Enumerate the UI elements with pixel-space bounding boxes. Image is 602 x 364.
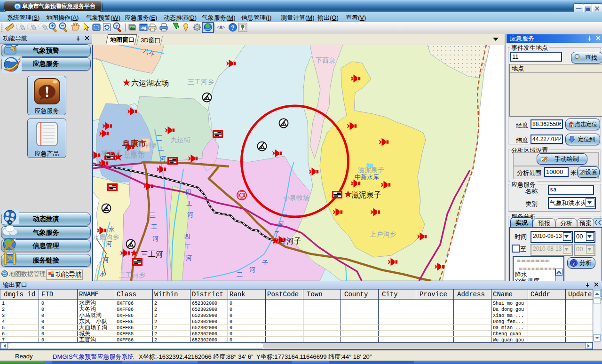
svg-text:二: 二 [237, 271, 243, 278]
svg-text:City: City [382, 291, 398, 298]
svg-text:PostCode: PostCode [267, 291, 299, 298]
svg-text:城关镇: 城关镇 [101, 149, 121, 157]
svg-text:甘河子: 甘河子 [279, 237, 301, 245]
svg-text:0: 0 [41, 332, 44, 337]
svg-text:Cheng guan: Cheng guan [493, 332, 521, 337]
svg-text:神场: 神场 [145, 142, 157, 149]
svg-text:CAddr: CAddr [531, 291, 550, 298]
svg-text:五官沟: 五官沟 [79, 336, 96, 343]
svg-text:OXFF86: OXFF86 [117, 319, 134, 324]
svg-text:下西泉: 下西泉 [316, 56, 335, 64]
svg-text:2: 2 [2, 307, 5, 312]
svg-text:Class: Class [117, 291, 136, 298]
svg-text:1: 1 [2, 301, 5, 306]
svg-text:0: 0 [41, 325, 44, 331]
svg-text:652302000: 652302000 [192, 332, 217, 337]
svg-text:阜康市: 阜康市 [124, 151, 145, 159]
svg-text:Town: Town [307, 291, 323, 298]
svg-text:河: 河 [278, 221, 284, 228]
svg-text:0: 0 [230, 307, 232, 312]
svg-text:0: 0 [230, 301, 232, 306]
svg-text:滋泥泉子: 滋泥泉子 [351, 191, 381, 199]
svg-text:水: 水 [109, 226, 115, 233]
svg-text:大冬沟: 大冬沟 [79, 306, 96, 312]
svg-text:OXFF86: OXFF86 [117, 307, 134, 312]
svg-text:OXFF86: OXFF86 [117, 313, 134, 318]
svg-text:四: 四 [184, 233, 190, 240]
svg-text:OXFF86: OXFF86 [117, 301, 134, 306]
svg-text:子: 子 [274, 230, 280, 237]
svg-text:子: 子 [262, 259, 268, 266]
svg-text:三工河乡: 三工河乡 [188, 78, 214, 86]
svg-text:二: 二 [281, 209, 287, 216]
svg-text:RNAME: RNAME [79, 291, 99, 298]
svg-text:六运湖农场: 六运湖农场 [131, 79, 169, 87]
svg-text:2: 2 [154, 301, 157, 306]
svg-text:三工河: 三工河 [141, 250, 163, 258]
svg-text:2: 2 [154, 307, 157, 312]
svg-text:Within: Within [154, 291, 178, 298]
svg-text:652302000: 652302000 [192, 307, 217, 312]
svg-text:0: 0 [41, 307, 44, 312]
svg-text:小泉牧场: 小泉牧场 [283, 194, 309, 201]
svg-text:2: 2 [154, 332, 157, 337]
svg-text:County: County [344, 291, 368, 298]
svg-text:5: 5 [2, 325, 5, 331]
svg-text:三工河乡: 三工河乡 [119, 271, 145, 279]
svg-text:OXFF86: OXFF86 [117, 325, 134, 331]
svg-text:河: 河 [103, 256, 109, 263]
svg-text:District: District [192, 291, 223, 298]
svg-text:2: 2 [154, 313, 157, 318]
svg-text:三: 三 [150, 212, 156, 219]
svg-text:Shui mo gou: Shui mo gou [493, 301, 524, 306]
svg-text:652302000: 652302000 [192, 313, 217, 318]
svg-text:OXFF85: OXFF85 [117, 332, 134, 337]
svg-text:0: 0 [230, 332, 232, 337]
svg-text:dmgis_id: dmgis_id [4, 291, 35, 298]
svg-text:Da dong gou: Da dong gou [493, 307, 524, 312]
svg-text:上户沟乡: 上户沟乡 [370, 230, 396, 238]
svg-text:?: ? [115, 24, 118, 29]
svg-text:工: 工 [151, 223, 157, 230]
svg-text:652302000: 652302000 [192, 325, 217, 331]
svg-text:阜康市: 阜康市 [122, 139, 146, 148]
svg-text:三: 三 [156, 135, 162, 142]
svg-text:0: 0 [230, 325, 232, 331]
svg-text:2: 2 [154, 325, 157, 331]
svg-text:4: 4 [2, 319, 5, 324]
svg-text:工: 工 [158, 145, 164, 152]
svg-text:0: 0 [41, 301, 44, 306]
svg-text:652302000: 652302000 [192, 301, 217, 306]
svg-text:工: 工 [186, 200, 192, 207]
svg-text:FID: FID [41, 291, 53, 298]
svg-text:河: 河 [186, 254, 192, 261]
svg-text:0: 0 [41, 313, 44, 318]
svg-text:Address: Address [457, 291, 485, 298]
svg-text:0: 0 [230, 313, 232, 318]
svg-text:中新水库: 中新水库 [355, 174, 379, 181]
svg-text:2: 2 [154, 319, 157, 324]
svg-text:河: 河 [187, 211, 193, 218]
svg-text:?: ? [231, 24, 234, 31]
svg-text:0: 0 [230, 319, 232, 324]
svg-text:滋泥泉子: 滋泥泉子 [358, 166, 384, 174]
svg-text:Dong fen...: Dong fen... [493, 319, 524, 324]
svg-text:城关: 城关 [79, 330, 90, 337]
svg-text:水磨沟乡: 水磨沟乡 [93, 233, 119, 241]
svg-text:工: 工 [185, 244, 191, 251]
svg-text:九运街: 九运街 [171, 136, 190, 143]
svg-text:3: 3 [2, 313, 5, 318]
svg-text:Da mian ...: Da mian ... [493, 325, 524, 331]
svg-text:Xiao ma ...: Xiao ma ... [493, 313, 524, 318]
svg-text:水: 水 [99, 270, 105, 277]
svg-text:Rank: Rank [230, 291, 246, 298]
svg-text:河: 河 [106, 240, 112, 247]
svg-text:四: 四 [185, 189, 191, 196]
svg-text:小马厩沟: 小马厩沟 [79, 312, 102, 318]
svg-text:河: 河 [152, 235, 158, 242]
svg-text:东风一小队: 东风一小队 [79, 318, 107, 324]
svg-text:Provice: Provice [420, 291, 447, 298]
svg-text:河: 河 [249, 266, 255, 273]
svg-text:6: 6 [2, 332, 5, 337]
svg-text:CName: CName [493, 291, 513, 298]
